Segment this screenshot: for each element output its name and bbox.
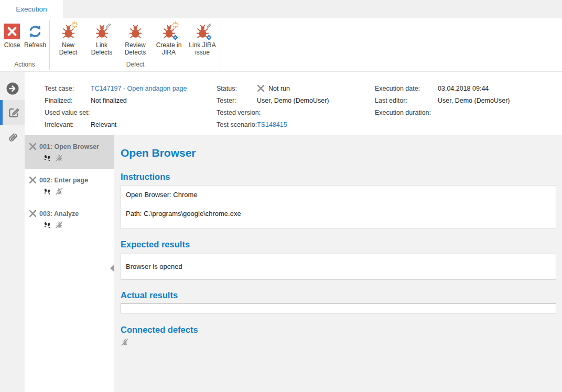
instruction-line: Open Browser: Chrome bbox=[126, 191, 551, 199]
step-title: 001: Open Browser bbox=[39, 143, 99, 150]
expected-results-heading: Expected results bbox=[121, 239, 556, 249]
new-defect-icon bbox=[60, 23, 77, 40]
test-scenario-link[interactable]: TS148415 bbox=[257, 121, 287, 128]
step-status-x-icon bbox=[29, 176, 37, 184]
review-defects-icon bbox=[127, 23, 144, 40]
info-row-status: Status: Not run bbox=[217, 82, 329, 94]
info-row-finalized: Finalized: Not finalized bbox=[45, 94, 187, 106]
test-case-link[interactable]: TC147197 - Open andagon page bbox=[91, 85, 187, 92]
info-row-used-value-set: Used value set: bbox=[45, 106, 187, 118]
link-defects-icon bbox=[93, 23, 110, 40]
info-row-tester: Tester: User, Demo (DemoUser) bbox=[217, 94, 329, 106]
test-steps-list: 001: Open Browser 002: Enter page bbox=[25, 135, 114, 392]
collapse-panel-arrow[interactable] bbox=[110, 265, 114, 271]
link-defects-label: Link Defects bbox=[87, 42, 117, 56]
no-defect-icon bbox=[55, 154, 63, 162]
info-row-test-case: Test case: TC147197 - Open andagon page bbox=[45, 82, 187, 94]
ribbon-group-label-actions: Actions bbox=[2, 60, 48, 70]
no-defect-icon bbox=[55, 221, 63, 229]
link-jira-issue-icon bbox=[194, 23, 211, 40]
execution-date-value: 03.04.2018 09:44 bbox=[438, 85, 489, 92]
sidebar-item-navigate[interactable] bbox=[0, 77, 25, 100]
link-jira-issue-button[interactable]: Link JIRA issue bbox=[186, 20, 219, 56]
ribbon-toolbar: Close Refresh bbox=[0, 18, 562, 72]
jira-diamond-icon bbox=[172, 34, 179, 41]
instruction-line: Path: C.\programs\google\chrome.exe bbox=[126, 210, 551, 217]
footprints-icon bbox=[43, 188, 51, 195]
actual-results-heading: Actual results bbox=[121, 290, 556, 300]
last-editor-value: User, Demo (DemoUser) bbox=[438, 97, 510, 104]
tester-value: User, Demo (DemoUser) bbox=[257, 97, 329, 104]
connected-defects-heading: Connected defects bbox=[121, 325, 556, 335]
refresh-button-label: Refresh bbox=[24, 42, 46, 49]
step-detail-title: Open Browser bbox=[121, 147, 556, 159]
step-item-003[interactable]: 003: Analyze bbox=[25, 202, 114, 236]
review-defects-button[interactable]: Review Defects bbox=[118, 20, 152, 56]
tab-execution[interactable]: Execution bbox=[0, 0, 63, 18]
test-scenario-label: Test scenario: bbox=[217, 121, 257, 128]
step-item-001[interactable]: 001: Open Browser bbox=[25, 135, 114, 169]
tested-version-label: Tested version: bbox=[217, 109, 257, 116]
footprints-icon bbox=[43, 154, 51, 161]
new-defect-button[interactable]: New Defect bbox=[51, 20, 85, 56]
create-in-jira-label: Create in JIRA bbox=[154, 42, 184, 56]
close-button-label: Close bbox=[4, 42, 20, 49]
test-case-label: Test case: bbox=[45, 85, 91, 92]
sparkle-icon bbox=[71, 21, 78, 28]
step-item-002[interactable]: 002: Enter page bbox=[25, 169, 114, 202]
execution-window: Execution Close bbox=[0, 0, 562, 392]
tab-strip-background bbox=[63, 0, 562, 18]
tester-label: Tester: bbox=[217, 97, 257, 104]
actual-results-input[interactable] bbox=[121, 303, 556, 313]
no-defect-icon bbox=[121, 338, 129, 346]
finalized-value: Not finalized bbox=[91, 97, 127, 104]
no-defect-icon bbox=[55, 187, 63, 195]
instructions-heading: Instructions bbox=[121, 172, 556, 182]
close-button[interactable]: Close bbox=[2, 20, 23, 49]
refresh-icon bbox=[27, 23, 44, 40]
step-status-x-icon bbox=[29, 210, 37, 217]
step-status-x-icon bbox=[29, 143, 37, 150]
sidebar-item-attachments[interactable] bbox=[0, 125, 25, 150]
info-row-irrelevant: Irrelevant: Relevant bbox=[45, 118, 187, 130]
step-title: 003: Analyze bbox=[39, 210, 79, 217]
pencil-icon bbox=[105, 21, 112, 28]
info-row-execution-date: Execution date: 03.04.2018 09:44 bbox=[375, 82, 510, 94]
sparkle-icon bbox=[172, 21, 179, 28]
status-label: Status: bbox=[217, 85, 257, 92]
execution-date-label: Execution date: bbox=[375, 85, 438, 92]
expected-results-text: Browser is opened bbox=[126, 263, 551, 270]
irrelevant-label: Irrelevant: bbox=[45, 121, 91, 128]
review-defects-label: Review Defects bbox=[120, 42, 150, 56]
info-row-execution-duration: Execution duration: bbox=[375, 106, 510, 118]
edit-icon bbox=[7, 106, 20, 119]
tab-strip: Execution bbox=[0, 0, 562, 18]
finalized-label: Finalized: bbox=[45, 97, 91, 104]
not-run-x-icon bbox=[257, 84, 265, 92]
jira-diamond-icon bbox=[206, 34, 212, 41]
create-in-jira-icon bbox=[160, 23, 177, 40]
execution-info-panel: Test case: TC147197 - Open andagon page … bbox=[25, 72, 562, 135]
footprints-icon bbox=[43, 221, 51, 228]
info-row-test-scenario: Test scenario: TS148415 bbox=[217, 118, 329, 130]
used-value-set-label: Used value set: bbox=[45, 109, 91, 116]
instructions-box: Open Browser: Chrome Path: C.\programs\g… bbox=[121, 185, 556, 229]
paperclip-icon bbox=[6, 131, 19, 145]
new-defect-label: New Defect bbox=[53, 42, 83, 56]
close-icon bbox=[4, 23, 20, 40]
info-row-last-editor: Last editor: User, Demo (DemoUser) bbox=[375, 94, 510, 106]
info-row-tested-version: Tested version: bbox=[217, 106, 329, 118]
last-editor-label: Last editor: bbox=[375, 97, 438, 104]
link-defects-button[interactable]: Link Defects bbox=[85, 20, 118, 56]
step-detail-panel: Open Browser Instructions Open Browser: … bbox=[114, 135, 562, 392]
left-sidebar bbox=[0, 72, 25, 392]
expected-results-box: Browser is opened bbox=[121, 254, 556, 280]
irrelevant-value: Relevant bbox=[91, 121, 116, 128]
refresh-button[interactable]: Refresh bbox=[23, 20, 48, 49]
step-title: 002: Enter page bbox=[39, 177, 88, 184]
create-in-jira-button[interactable]: Create in JIRA bbox=[152, 20, 186, 56]
ribbon-group-defect: New Defect Link Defects Review Defects bbox=[50, 20, 221, 70]
pencil-icon bbox=[206, 21, 212, 28]
execution-duration-label: Execution duration: bbox=[375, 109, 438, 116]
sidebar-item-edit[interactable] bbox=[0, 100, 25, 125]
